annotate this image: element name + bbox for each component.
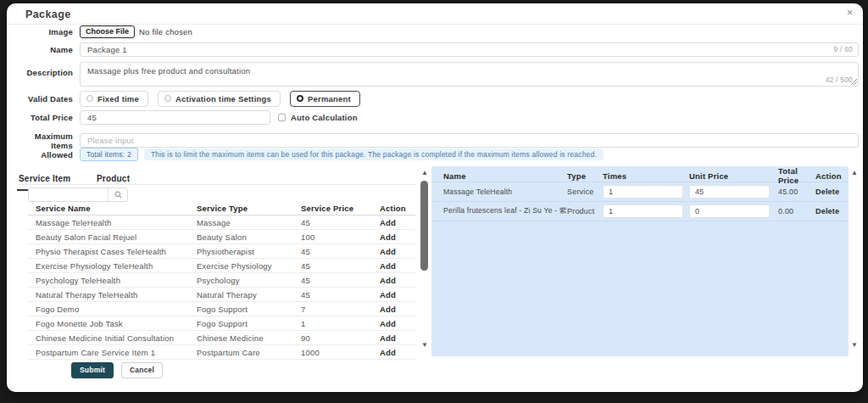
service-table-header: Service Name Service Type Service Price … (28, 202, 415, 215)
allowed-info-text: This is to limit the maximum items can b… (144, 148, 604, 160)
add-button[interactable]: Add (380, 333, 415, 343)
valid-dates-row: Valid Dates Fixed time Activation time S… (14, 92, 859, 105)
total-price-label: Total Price (14, 113, 73, 122)
table-row: Natural Therapy TeleHealthNatural Therap… (28, 288, 415, 302)
total-price-input-wrap (80, 110, 270, 125)
radio-permanent[interactable]: Permanent (290, 91, 360, 107)
add-button[interactable]: Add (380, 218, 415, 227)
total-items-badge: Total items: 2 (80, 148, 138, 161)
description-input-wrap: Massage plus free product and consultati… (80, 62, 859, 87)
maximum-items-label: Maximum Items (14, 132, 73, 150)
table-row: Postpartum Care Service Item 1Postpartum… (28, 345, 415, 360)
add-button[interactable]: Add (380, 348, 415, 357)
name-field-row: Name 9 / 60 (14, 42, 859, 57)
table-row: Fogo Monette Job TaskFogo Support1Add (28, 316, 415, 331)
tab-divider (17, 184, 415, 185)
selected-item-row: Perilla frutescens leaf - Zi Su Ye - 紫苏叶… (431, 202, 849, 221)
col-total-price: Total Price (778, 166, 815, 185)
name-input[interactable] (81, 43, 858, 56)
selected-item-row: Massage TeleHealth Service 45.00 Delete (431, 182, 849, 202)
table-row: Psychology TeleHealthPsychology45Add (28, 273, 415, 288)
choose-file-button[interactable]: Choose File (80, 25, 135, 38)
col-type: Type (567, 171, 603, 181)
search-button[interactable] (108, 188, 127, 201)
table-row: Exercise Physiology TeleHealthExercise P… (28, 259, 415, 273)
selected-items-panel: Name Type Times Unit Price Total Price A… (431, 166, 849, 356)
col-times: Times (603, 171, 689, 181)
total-price-row: Total Price Auto Calculation (14, 110, 859, 125)
search-icon (114, 191, 122, 199)
maximum-items-input-wrap (80, 133, 859, 148)
image-label: Image (14, 27, 73, 36)
table-row: Chinese Medicine Initial ConsultationChi… (28, 331, 415, 345)
col-service-type: Service Type (197, 204, 301, 213)
scroll-down-icon[interactable]: ▼ (420, 341, 430, 350)
times-input[interactable] (603, 185, 683, 199)
submit-button[interactable]: Submit (71, 362, 114, 378)
scroll-up-icon[interactable]: ▲ (849, 169, 860, 177)
scroll-up-icon[interactable]: ▲ (420, 169, 430, 177)
col-service-price: Service Price (301, 204, 380, 213)
item-tabs: Service Item Product (17, 170, 150, 185)
radio-icon (86, 95, 93, 102)
col-name: Name (443, 171, 567, 181)
valid-dates-label: Valid Dates (14, 94, 73, 104)
radio-fixed-time-label: Fixed time (97, 94, 139, 104)
modal-header: Package × (7, 3, 863, 25)
auto-calculation-checkbox[interactable] (278, 114, 286, 121)
add-button[interactable]: Add (380, 232, 415, 242)
package-modal: Package × Image Choose File No file chos… (7, 3, 863, 392)
resize-handle-icon[interactable] (851, 79, 857, 85)
delete-button[interactable]: Delete (815, 207, 849, 215)
col-action: Action (815, 171, 849, 181)
name-label: Name (14, 45, 73, 54)
cancel-button[interactable]: Cancel (121, 362, 163, 378)
unit-price-input[interactable] (689, 204, 770, 218)
maximum-items-input[interactable] (81, 134, 858, 147)
delete-button[interactable]: Delete (815, 188, 849, 196)
table-row: Massage TeleHealthMassage45Add (28, 215, 415, 230)
table-row: Fogo DemoFogo Support7Add (28, 302, 415, 316)
modal-title: Package (25, 8, 71, 20)
allowed-label: Allowed (14, 150, 73, 160)
times-input[interactable] (603, 204, 683, 218)
modal-footer: Submit Cancel (71, 362, 163, 378)
description-textarea[interactable]: Massage plus free product and consultati… (81, 63, 858, 86)
radio-fixed-time[interactable]: Fixed time (80, 91, 148, 107)
scroll-down-icon[interactable]: ▼ (849, 341, 860, 350)
col-action: Action (380, 204, 415, 213)
radio-permanent-label: Permanent (308, 94, 351, 104)
selected-table-header: Name Type Times Unit Price Total Price A… (431, 166, 849, 182)
search-input[interactable] (29, 188, 108, 201)
tab-product[interactable]: Product (95, 172, 131, 189)
col-service-name: Service Name (36, 204, 197, 213)
table-row: Beauty Salon Facial RejuelBeauty Salon10… (28, 230, 415, 244)
unit-price-input[interactable] (689, 185, 770, 199)
radio-icon (164, 95, 171, 102)
service-search (28, 188, 128, 202)
name-input-wrap: 9 / 60 (80, 42, 859, 57)
service-table: Service Name Service Type Service Price … (28, 202, 415, 360)
add-button[interactable]: Add (380, 276, 415, 285)
add-button[interactable]: Add (380, 290, 415, 299)
add-button[interactable]: Add (380, 319, 415, 328)
add-button[interactable]: Add (380, 247, 415, 256)
add-button[interactable]: Add (380, 305, 415, 314)
selected-panel-scrollbar: ▲ ▼ (849, 166, 860, 356)
radio-selected-icon (297, 95, 303, 102)
add-button[interactable]: Add (380, 261, 415, 271)
table-row: Physio Therapist Cases TeleHealthPhysiot… (28, 244, 415, 259)
auto-calculation-label: Auto Calculation (291, 113, 358, 122)
description-label: Description (14, 68, 73, 77)
allowed-row: Allowed Total items: 2 This is to limit … (14, 148, 859, 160)
scrollbar-thumb[interactable] (420, 181, 428, 271)
maximum-items-row: Maximum Items (14, 133, 859, 148)
file-status-text: No file chosen (139, 27, 192, 36)
radio-activation-label: Activation time Settings (175, 94, 271, 104)
description-field-row: Description Massage plus free product an… (14, 62, 859, 87)
image-field-row: Image Choose File No file chosen (14, 25, 859, 38)
radio-activation-time-settings[interactable]: Activation time Settings (158, 91, 281, 107)
total-price-input[interactable] (81, 111, 270, 124)
service-table-scrollbar: ▲ ▼ (420, 166, 430, 356)
close-icon[interactable]: × (847, 7, 853, 19)
